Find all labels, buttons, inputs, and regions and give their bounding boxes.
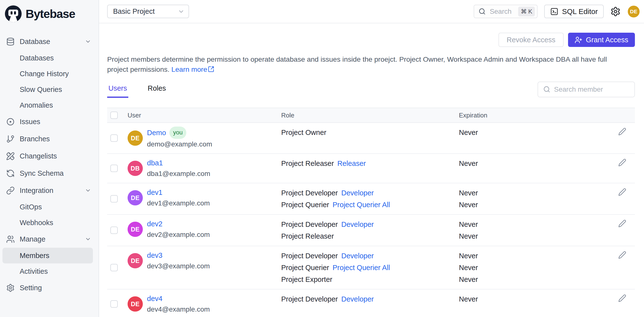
issues-icon: [6, 118, 15, 126]
user-avatar[interactable]: DE: [628, 6, 640, 18]
edit-member-button[interactable]: [617, 158, 627, 168]
sidebar-item-label: Databases: [20, 54, 54, 62]
grant-access-label: Grant Access: [586, 36, 628, 44]
header-role: Role: [281, 112, 459, 119]
member-name-link[interactable]: Demo: [147, 127, 166, 138]
expiration-value: Never: [459, 158, 609, 169]
search-icon: [478, 8, 486, 15]
edit-member-button[interactable]: [617, 293, 627, 304]
refresh-icon: [6, 169, 15, 178]
user-cell: DE dev3 dev3@example.com: [128, 250, 281, 272]
member-name-link[interactable]: dev2: [147, 218, 162, 229]
sidebar-item-databases[interactable]: Databases: [0, 50, 98, 66]
role-line: Project QuerierProject Querier All: [281, 262, 459, 274]
chevron-down-icon: [85, 38, 91, 45]
member-email: dba1@example.com: [147, 168, 210, 179]
sidebar-item-activities[interactable]: Activities: [0, 264, 98, 279]
role-line: Project ReleaserReleaser: [281, 158, 459, 169]
row-checkbox[interactable]: [110, 195, 118, 202]
settings-gear-button[interactable]: [610, 6, 621, 17]
member-name-link[interactable]: dev1: [147, 187, 162, 198]
sidebar-item-gitops[interactable]: GitOps: [0, 199, 98, 215]
member-name-link[interactable]: dev4: [147, 293, 162, 304]
sidebar-item-label: Manage: [20, 235, 46, 243]
row-checkbox[interactable]: [110, 300, 118, 308]
header-user: User: [124, 112, 281, 119]
users-icon: [6, 235, 15, 244]
edit-member-button[interactable]: [617, 218, 627, 229]
edit-member-button[interactable]: [617, 250, 627, 261]
sidebar-item-label: Members: [20, 252, 50, 260]
expiration-value: Never: [459, 126, 609, 138]
learn-more-link[interactable]: Learn more: [171, 65, 214, 73]
global-search[interactable]: Search ⌘ K: [474, 5, 538, 18]
select-all-checkbox[interactable]: [110, 112, 118, 119]
edit-member-button[interactable]: [617, 187, 627, 198]
sidebar-item-setting[interactable]: Setting: [0, 279, 98, 296]
edit-member-button[interactable]: [617, 126, 627, 137]
bytebase-logo[interactable]: Bytebase: [0, 0, 98, 27]
tabs: Users Roles: [107, 81, 167, 98]
sidebar-item-integration[interactable]: Integration: [0, 182, 98, 199]
table-row: DE dev4 dev4@example.com Project Develop…: [107, 290, 635, 317]
table-row: DE dev3 dev3@example.com Project Develop…: [107, 246, 635, 290]
role-line: Project Releaser: [281, 230, 459, 242]
role-link[interactable]: Developer: [342, 220, 374, 228]
pencil-ruler-icon: [6, 152, 15, 160]
project-selector[interactable]: Basic Project: [107, 5, 189, 18]
avatar: DE: [128, 222, 143, 237]
sidebar-item-label: Database: [20, 38, 50, 46]
pencil-icon: [618, 128, 626, 136]
you-badge: you: [169, 126, 186, 139]
brand-name: Bytebase: [26, 7, 75, 21]
expiration-value: Never: [459, 199, 609, 210]
pencil-icon: [618, 251, 626, 259]
sidebar-item-webhooks[interactable]: Webhooks: [0, 215, 98, 230]
sidebar-item-database[interactable]: Database: [0, 33, 98, 50]
member-search: [538, 82, 635, 97]
pencil-icon: [618, 188, 626, 196]
search-icon: [543, 86, 550, 93]
member-name-link[interactable]: dev3: [147, 250, 162, 261]
sidebar-item-anomalies[interactable]: Anomalies: [0, 97, 98, 113]
sidebar-item-slow-queries[interactable]: Slow Queries: [0, 82, 98, 97]
tab-roles[interactable]: Roles: [146, 81, 167, 98]
table-row: DE Demo you demo@example.com Project: [107, 123, 635, 154]
sidebar-item-label: Issues: [20, 118, 40, 126]
row-checkbox[interactable]: [110, 165, 118, 172]
role-link[interactable]: Releaser: [337, 160, 366, 167]
sidebar-item-change-history[interactable]: Change History: [0, 66, 98, 82]
sidebar-item-members[interactable]: Members: [2, 248, 93, 264]
member-email: dev2@example.com: [147, 229, 210, 240]
sidebar-item-sync-schema[interactable]: Sync Schema: [0, 165, 98, 182]
row-checkbox[interactable]: [110, 264, 118, 271]
expiration-value: Never: [459, 293, 609, 305]
expiration-value: Never: [459, 274, 609, 285]
table-row: DE dev2 dev2@example.com Project Develop…: [107, 215, 635, 246]
sidebar-item-manage[interactable]: Manage: [0, 230, 98, 248]
member-email: dev1@example.com: [147, 198, 210, 209]
table-header: User Role Expiration: [107, 108, 635, 123]
role-link[interactable]: Developer: [342, 295, 374, 303]
sidebar-item-label: Activities: [20, 267, 48, 276]
sidebar-item-issues[interactable]: Issues: [0, 113, 98, 130]
bytebase-app: Bytebase Database Databases Change Histo…: [0, 0, 644, 317]
project-selector-label: Basic Project: [113, 7, 154, 16]
grant-access-button[interactable]: Grant Access: [568, 33, 635, 47]
sql-editor-button[interactable]: SQL Editor: [544, 5, 604, 18]
role-link[interactable]: Developer: [342, 189, 374, 197]
expiration-value: Never: [459, 250, 609, 262]
member-search-input[interactable]: [554, 86, 630, 94]
sidebar-item-changelists[interactable]: Changelists: [0, 148, 98, 165]
avatar: DE: [128, 190, 143, 206]
row-checkbox[interactable]: [110, 134, 118, 142]
revoke-access-button[interactable]: Revoke Access: [498, 33, 564, 47]
role-link[interactable]: Project Querier All: [332, 201, 390, 209]
role-link[interactable]: Project Querier All: [332, 264, 390, 272]
tabs-row: Users Roles: [107, 81, 635, 98]
role-link[interactable]: Developer: [342, 252, 374, 260]
tab-users[interactable]: Users: [107, 81, 128, 98]
row-checkbox[interactable]: [110, 226, 118, 234]
sidebar-item-branches[interactable]: Branches: [0, 130, 98, 148]
member-name-link[interactable]: dba1: [147, 158, 163, 168]
